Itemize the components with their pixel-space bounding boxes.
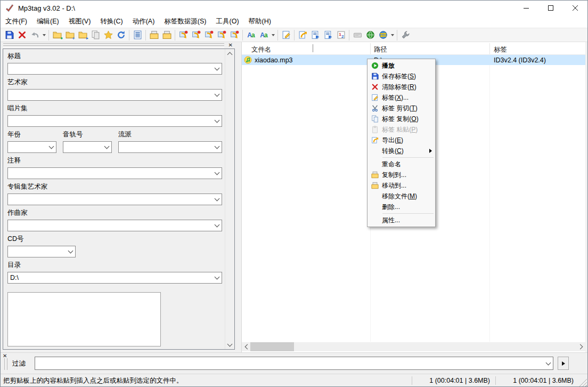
menu-bar: 文件(F) 编辑(E) 视图(V) 转换(C) 动作(A) 标签数据源(S) 工…	[1, 15, 587, 28]
apply-filter-button[interactable]	[558, 357, 569, 370]
convert-filename-filename-icon[interactable]	[202, 29, 215, 42]
context-menu-item-tag-cut[interactable]: 标签 剪切(T)	[368, 103, 435, 114]
status-selection-info: 1 (00:04:01 | 3.6MB)	[412, 376, 495, 385]
tag-panel-close-icon[interactable]: ✕	[228, 43, 233, 48]
chevron-down-icon[interactable]	[213, 168, 222, 179]
column-divider[interactable]	[489, 43, 490, 54]
menu-help[interactable]: 帮助(H)	[244, 15, 276, 28]
directory-field[interactable]: D:\	[7, 272, 222, 284]
autonumbering-wizard-icon[interactable]	[334, 29, 347, 42]
remove-tag-icon[interactable]	[15, 29, 28, 42]
remove-icon	[371, 83, 379, 91]
scroll-left-icon[interactable]	[242, 342, 251, 351]
playlist-filenames-icon[interactable]	[322, 29, 334, 42]
context-menu-item-tag[interactable]: 标签(X)...	[368, 92, 435, 103]
context-menu-item-tag-copy[interactable]: 标签 复制(O)	[368, 114, 435, 124]
chevron-down-icon[interactable]	[213, 220, 222, 231]
column-header-path[interactable]: 路径	[374, 45, 387, 54]
move-to-folder-icon[interactable]	[160, 29, 173, 42]
web-sources-dropdown-icon[interactable]	[389, 29, 395, 42]
context-menu-item-copy-to[interactable]: 复制到...	[368, 170, 435, 180]
extended-tags-icon[interactable]	[131, 29, 144, 42]
close-button[interactable]	[563, 1, 587, 15]
change-directory-icon[interactable]: ●	[51, 29, 63, 42]
scroll-right-icon[interactable]	[576, 342, 585, 351]
scroll-down-icon[interactable]	[225, 340, 234, 349]
context-menu-item-save-tag[interactable]: 保存标签(S)	[368, 71, 435, 82]
context-menu-item-move-to[interactable]: 移动到...	[368, 180, 435, 191]
actions-icon[interactable]: Aa	[257, 29, 270, 42]
tag-panel-scrollbar[interactable]	[225, 49, 234, 349]
resize-grip[interactable]	[579, 378, 587, 386]
copy-to-folder-icon[interactable]	[148, 29, 160, 42]
refresh-icon[interactable]	[115, 29, 127, 42]
chevron-down-icon[interactable]	[213, 142, 222, 152]
convert-tag-filename-icon[interactable]	[177, 29, 190, 42]
menu-edit[interactable]: 编辑(E)	[32, 15, 64, 28]
convert-filename-tag-icon[interactable]	[190, 29, 202, 42]
web-sources-sync-icon[interactable]	[377, 29, 389, 42]
menu-view[interactable]: 视图(V)	[64, 15, 96, 28]
context-menu-item-play[interactable]: 播放	[368, 60, 435, 71]
scroll-up-icon[interactable]	[225, 49, 234, 58]
context-menu-item-properties[interactable]: 属性...	[368, 215, 435, 225]
comment-field[interactable]	[7, 167, 222, 179]
edit-tag-icon[interactable]	[280, 29, 292, 42]
menu-tag-sources[interactable]: 标签数据源(S)	[159, 15, 211, 28]
paste-tag-icon[interactable]	[89, 29, 102, 42]
chevron-down-icon[interactable]	[102, 142, 111, 152]
export-icon[interactable]	[296, 29, 309, 42]
menu-convert[interactable]: 转换(C)	[95, 15, 127, 28]
filter-grip[interactable]	[4, 358, 7, 370]
context-menu-item-rename[interactable]: 重命名	[368, 159, 435, 170]
context-menu-item-delete[interactable]: 删除...	[368, 201, 435, 212]
undo-icon[interactable]	[28, 29, 41, 42]
options-icon[interactable]	[399, 29, 412, 42]
context-menu-item-clear-tag[interactable]: 清除标签(R)	[368, 82, 435, 92]
menu-tools[interactable]: 工具(O)	[211, 15, 244, 28]
menu-file[interactable]: 文件(F)	[1, 15, 32, 28]
actions-dropdown-icon[interactable]	[270, 29, 276, 42]
minimize-button[interactable]	[514, 1, 538, 15]
case-conversion-icon[interactable]: Aa	[244, 29, 257, 42]
artist-field[interactable]	[7, 89, 222, 101]
album-artist-field[interactable]	[7, 194, 222, 205]
chevron-down-icon[interactable]	[213, 116, 222, 126]
cover-art-box[interactable]	[7, 292, 161, 346]
composer-field[interactable]	[7, 220, 222, 231]
menu-actions[interactable]: 动作(A)	[128, 15, 160, 28]
undo-dropdown-icon[interactable]	[41, 29, 47, 42]
maximize-button[interactable]	[538, 1, 563, 15]
column-header-tag[interactable]: 标签	[494, 45, 507, 54]
track-field[interactable]	[63, 141, 112, 153]
column-header-filename[interactable]: 文件名	[251, 45, 272, 54]
chevron-down-icon[interactable]	[213, 63, 222, 74]
column-divider[interactable]	[370, 43, 371, 54]
chevron-down-icon[interactable]	[213, 90, 222, 100]
tag-panel-grip[interactable]	[3, 45, 224, 48]
open-playlist-icon[interactable]: ▸	[76, 29, 89, 42]
convert-tag-tag-icon[interactable]	[228, 29, 241, 42]
file-list-hscrollbar[interactable]	[242, 342, 585, 351]
chevron-down-icon[interactable]	[47, 142, 56, 152]
context-menu-item-export[interactable]: 导出(E)	[368, 135, 435, 146]
chevron-down-icon[interactable]	[544, 362, 553, 365]
context-menu-item-remove-file[interactable]: 移除文件(M)	[368, 191, 435, 201]
disc-field[interactable]	[7, 246, 76, 257]
convert-textfile-tag-icon[interactable]	[215, 29, 228, 42]
album-field[interactable]	[7, 115, 222, 127]
chevron-down-icon[interactable]	[66, 246, 75, 257]
year-field[interactable]	[7, 141, 56, 153]
chevron-down-icon[interactable]	[213, 194, 222, 205]
title-field[interactable]	[7, 63, 222, 75]
playlist-icon[interactable]	[309, 29, 322, 42]
filter-input[interactable]	[35, 357, 544, 369]
context-menu-item-convert[interactable]: 转换(C)	[368, 146, 435, 156]
hscroll-thumb[interactable]	[250, 342, 294, 351]
genre-field[interactable]	[118, 141, 222, 153]
chevron-down-icon[interactable]	[213, 272, 222, 283]
save-tag-icon[interactable]	[3, 29, 15, 42]
add-directory-icon[interactable]: ＋	[63, 29, 76, 42]
web-sources-icon[interactable]	[364, 29, 377, 42]
favorite-directories-icon[interactable]	[102, 29, 115, 42]
